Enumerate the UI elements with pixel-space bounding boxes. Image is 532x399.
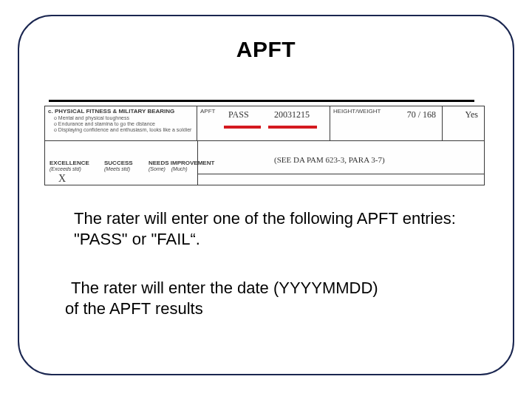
rating-mark: X <box>58 173 98 185</box>
form-top-row: c. PHYSICAL FITNESS & MILITARY BEARING o… <box>45 106 484 141</box>
rating-needs-improvement: NEEDS IMPROVEMENT <box>149 160 237 166</box>
section-heading: PHYSICAL FITNESS & MILITARY BEARING <box>55 108 174 115</box>
bullet: o Displaying confidence and enthusiasm, … <box>54 127 194 133</box>
body-p2-line2: of the APFT results <box>65 299 203 318</box>
bullet: o Mental and physical toughness <box>54 115 194 121</box>
height-weight-cell: HEIGHT/WEIGHT 70 / 168 <box>330 106 443 140</box>
rating-needs-much: (Much) <box>171 166 188 171</box>
apft-label: APFT <box>200 108 215 115</box>
rating-excellence: EXCELLENCE <box>50 160 98 166</box>
rating-success: SUCCESS <box>104 160 147 166</box>
rating-success-sub: (Meets std) <box>104 166 147 171</box>
rating-row: EXCELLENCE (Exceeds std) X SUCCESS (Meet… <box>45 151 329 185</box>
body-paragraph-1: The rater will enter one of the followin… <box>74 208 488 250</box>
horizontal-divider <box>197 174 484 174</box>
hw-value: 70 / 168 <box>407 109 436 120</box>
bullet: o Endurance and stamina to go the distan… <box>54 121 194 127</box>
highlight-underline <box>268 126 317 129</box>
body-paragraph-2: The rater will enter the date (YYYYMMDD)… <box>71 278 488 319</box>
compliant-value: Yes <box>466 109 478 120</box>
rating-needs-some: (Some) <box>149 166 166 171</box>
apft-value: PASS <box>228 109 249 120</box>
title-underline <box>49 100 474 102</box>
section-heading-cell: c. PHYSICAL FITNESS & MILITARY BEARING o… <box>45 106 197 140</box>
apft-cell: APFT PASS 20031215 <box>197 106 330 140</box>
section-bullets: o Mental and physical toughness o Endura… <box>54 115 194 133</box>
rating-excellence-sub: (Exceeds std) <box>50 166 98 171</box>
slide: APFT c. PHYSICAL FITNESS & MILITARY BEAR… <box>0 0 532 399</box>
highlight-underline <box>224 126 261 129</box>
hw-label: HEIGHT/WEIGHT <box>333 108 381 115</box>
vertical-divider <box>197 140 198 185</box>
slide-frame <box>18 15 514 375</box>
form-excerpt: c. PHYSICAL FITNESS & MILITARY BEARING o… <box>44 106 485 185</box>
body-p2-line1: The rater will enter the date (YYYYMMDD) <box>71 279 378 297</box>
slide-title: APFT <box>0 37 532 62</box>
apft-date: 20031215 <box>274 109 310 120</box>
section-letter: c. <box>48 108 53 115</box>
compliant-cell: Yes <box>443 106 484 140</box>
